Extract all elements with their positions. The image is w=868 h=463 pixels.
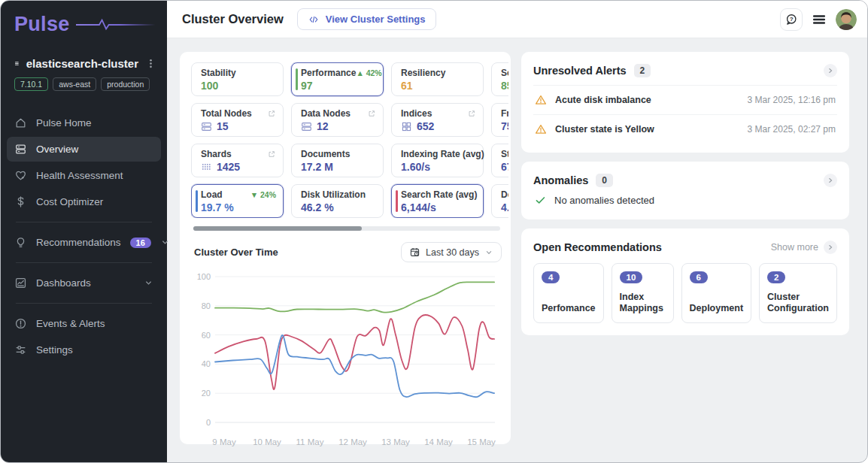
chevron-right-icon bbox=[824, 241, 837, 254]
metric-card-indices[interactable]: Indices652 bbox=[391, 103, 484, 137]
metric-card-documents[interactable]: Documents17.2 M bbox=[291, 144, 384, 177]
kebab-menu-icon[interactable] bbox=[145, 58, 156, 69]
svg-text:14 May: 14 May bbox=[424, 437, 453, 446]
metric-value: 46.2 % bbox=[301, 201, 334, 213]
external-link-icon bbox=[367, 109, 376, 118]
recommendation-card-deployment[interactable]: 6Deployment bbox=[681, 263, 752, 323]
sidebar-item-overview[interactable]: Overview bbox=[7, 137, 161, 162]
sidebar-item-settings[interactable]: Settings bbox=[7, 337, 161, 362]
metric-card-data-nodes[interactable]: Data Nodes12 bbox=[291, 103, 384, 137]
metric-label: Sec bbox=[501, 68, 508, 78]
metric-label: Performance bbox=[301, 68, 356, 78]
alert-circle-icon bbox=[14, 317, 27, 330]
metrics-scrollbar-thumb[interactable] bbox=[193, 226, 362, 231]
cluster-over-time-chart: 1008060402009 May10 May11 May12 May13 Ma… bbox=[191, 267, 499, 451]
cluster-env-badge: production bbox=[101, 77, 150, 91]
chart-icon bbox=[14, 277, 27, 289]
svg-text:15 May: 15 May bbox=[467, 437, 496, 446]
sidebar-item-cost-optimizer[interactable]: Cost Optimizer bbox=[7, 189, 161, 214]
cluster-selector[interactable]: elasticsearch-cluster bbox=[14, 57, 156, 70]
hamburger-icon bbox=[812, 12, 827, 27]
metric-value: 12 bbox=[317, 120, 329, 132]
nav-divider bbox=[16, 262, 152, 263]
chevron-down-icon bbox=[144, 278, 153, 288]
recommendation-count-badge: 2 bbox=[767, 271, 785, 283]
svg-text:0: 0 bbox=[206, 418, 211, 427]
cluster-metrics-panel: Stability100Performance▲ 42%97Resiliency… bbox=[180, 52, 511, 444]
unresolved-alerts-panel: Unresolved Alerts 2 Acute disk imbalance… bbox=[521, 52, 849, 153]
trend-up-indicator: ▲ 42% bbox=[356, 68, 381, 77]
metric-card-indexing-rate-avg[interactable]: Indexing Rate (avg)1.60/s bbox=[391, 144, 484, 177]
sidebar-item-recommendations[interactable]: Recommendations16 bbox=[7, 230, 161, 255]
cluster-name: elasticsearch-cluster bbox=[26, 57, 138, 70]
anomalies-open-button[interactable] bbox=[824, 174, 837, 187]
recommendation-label: Cluster Configuration bbox=[767, 292, 829, 315]
trend-down-indicator: ▼ 24% bbox=[250, 190, 276, 199]
recommendation-card-perfomance[interactable]: 4Perfomance bbox=[533, 263, 604, 323]
code-icon bbox=[308, 14, 320, 25]
menu-button[interactable] bbox=[812, 8, 827, 31]
alerts-open-button[interactable] bbox=[824, 64, 837, 77]
external-link-icon bbox=[267, 109, 276, 118]
metric-card-total-nodes[interactable]: Total Nodes15 bbox=[191, 103, 284, 137]
metric-card-search-rate-avg[interactable]: Search Rate (avg)6,144/s bbox=[391, 184, 484, 218]
metric-value: 61 bbox=[401, 80, 413, 92]
metric-card-performance[interactable]: Performance▲ 42%97 bbox=[291, 62, 384, 96]
metric-value: 19.7 % bbox=[201, 201, 234, 213]
metric-card-sto[interactable]: Sto67. bbox=[491, 144, 508, 177]
metric-card-stability[interactable]: Stability100 bbox=[191, 62, 284, 96]
metrics-scrollbar-track[interactable] bbox=[193, 226, 500, 231]
pulse-line-icon bbox=[76, 18, 156, 32]
anomaly-message: No anomalies detected bbox=[554, 195, 654, 206]
topbar: Cluster Overview View Cluster Settings ? bbox=[167, 1, 867, 38]
nav-divider bbox=[16, 303, 152, 304]
right-column: Unresolved Alerts 2 Acute disk imbalance… bbox=[521, 52, 849, 449]
metric-card-shards[interactable]: Shards1425 bbox=[191, 144, 284, 177]
chart-series-green bbox=[215, 282, 494, 312]
nav-divider bbox=[16, 222, 152, 222]
view-cluster-settings-button[interactable]: View Cluster Settings bbox=[297, 8, 436, 30]
recommendation-label: Perfomance bbox=[542, 303, 596, 315]
sidebar-item-dashboards[interactable]: Dashboards bbox=[7, 271, 161, 295]
recommendation-card-cluster-configuration[interactable]: 2Cluster Configuration bbox=[759, 263, 837, 323]
alert-text: Acute disk imbalance bbox=[555, 95, 651, 105]
time-range-dropdown[interactable]: Last 30 days bbox=[401, 242, 502, 262]
recommendation-card-index-mappings[interactable]: 10Index Mappings bbox=[612, 263, 674, 323]
sidebar-item-label: Events & Alerts bbox=[36, 318, 153, 329]
metric-card-load[interactable]: Load▼ 24%19.7 % bbox=[191, 184, 284, 218]
server-small-icon bbox=[301, 121, 312, 132]
metric-card-fre[interactable]: Fre758 bbox=[491, 103, 508, 137]
metric-label: Data Nodes bbox=[301, 108, 351, 119]
metric-card-del[interactable]: Del4.6 bbox=[491, 184, 508, 218]
metric-value: 67. bbox=[501, 161, 508, 173]
chart-series-rose bbox=[215, 315, 494, 389]
metric-value: 758 bbox=[501, 120, 508, 132]
alert-item-cluster-state-is-yellow[interactable]: Cluster state is Yellow3 Mar 2025, 02:27… bbox=[533, 114, 837, 144]
alert-item-acute-disk-imbalance[interactable]: Acute disk imbalance3 Mar 2025, 12:16 pm bbox=[533, 85, 837, 114]
show-more-button[interactable]: Show more bbox=[771, 241, 837, 254]
metric-card-disk-utilization[interactable]: Disk Utilization46.2 % bbox=[291, 184, 384, 218]
sidebar-item-events-alerts[interactable]: Events & Alerts bbox=[7, 311, 161, 336]
sidebar-item-label: Overview bbox=[36, 144, 153, 155]
sidebar-item-health-assessment[interactable]: Health Assessment bbox=[7, 163, 161, 188]
sidebar-item-label: Health Assessment bbox=[36, 170, 153, 181]
warning-icon bbox=[535, 94, 547, 106]
user-avatar[interactable] bbox=[836, 9, 857, 30]
metric-card-resiliency[interactable]: Resiliency61 bbox=[391, 62, 484, 96]
metric-card-sec[interactable]: Sec85 bbox=[491, 62, 508, 96]
svg-text:9 May: 9 May bbox=[212, 437, 236, 446]
recommendations-title: Open Recommendations bbox=[533, 241, 662, 253]
sidebar-item-pulse-home[interactable]: Pulse Home bbox=[7, 110, 161, 135]
metric-label: Search Rate (avg) bbox=[401, 189, 477, 200]
calendar-clock-icon bbox=[409, 247, 420, 258]
grid-icon bbox=[401, 121, 412, 132]
help-button[interactable]: ? bbox=[780, 8, 803, 31]
metric-label: Del bbox=[501, 189, 508, 200]
sidebar-item-label: Settings bbox=[36, 344, 153, 356]
heart-pulse-icon bbox=[14, 169, 27, 182]
metric-value: 6,144/s bbox=[401, 201, 436, 213]
metric-value: 100 bbox=[201, 80, 218, 92]
metric-value: 15 bbox=[217, 120, 229, 132]
cluster-badges: 7.10.1 aws-east production bbox=[14, 77, 153, 91]
content: Stability100Performance▲ 42%97Resiliency… bbox=[167, 38, 867, 462]
